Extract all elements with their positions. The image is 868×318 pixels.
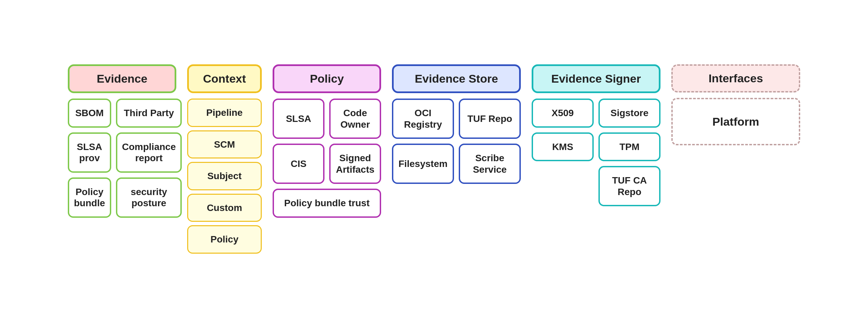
pipeline-card: Pipeline — [187, 99, 262, 127]
policy-header: Policy — [273, 64, 381, 93]
evidence-signer-column: Evidence Signer X509 KMS Sigstore TPM TU… — [532, 64, 660, 206]
security-posture-card: security posture — [116, 177, 182, 218]
platform-card: Platform — [671, 98, 800, 145]
kms-card: KMS — [532, 132, 594, 162]
scm-card: SCM — [187, 130, 262, 159]
tpm-card: TPM — [598, 132, 660, 162]
policy-grid: SLSA Code Owner CIS Signed Artifacts Pol… — [273, 99, 381, 218]
compliance-report-card: Compliance report — [116, 132, 182, 173]
sbom-card: SBOM — [68, 99, 111, 128]
policy-column: Policy SLSA Code Owner CIS Signed Artifa… — [273, 64, 381, 218]
cis-card: CIS — [273, 144, 324, 184]
policy-bundle-card: Policy bundle — [68, 177, 111, 218]
architecture-diagram: Evidence SBOM Third Party SLSA prov Comp… — [47, 51, 821, 267]
scribe-service-card: Scribe Service — [459, 144, 521, 184]
third-party-card: Third Party — [116, 99, 182, 128]
code-owner-card: Code Owner — [329, 99, 381, 139]
store-grid: OCI Registry TUF Repo Filesystem Scribe … — [392, 99, 521, 184]
evidence-store-column: Evidence Store OCI Registry TUF Repo Fil… — [392, 64, 521, 184]
slsa-prov-card: SLSA prov — [68, 132, 111, 173]
tuf-ca-repo-card: TUF CA Repo — [598, 166, 660, 206]
tuf-repo-card: TUF Repo — [459, 99, 521, 139]
interfaces-header: Interfaces — [671, 64, 800, 92]
evidence-column: Evidence SBOM Third Party SLSA prov Comp… — [68, 64, 176, 218]
slsa-card: SLSA — [273, 99, 324, 139]
signed-artifacts-card: Signed Artifacts — [329, 144, 381, 184]
policy-card: Policy — [187, 225, 262, 254]
evidence-header: Evidence — [68, 64, 176, 93]
evidence-store-header: Evidence Store — [392, 64, 521, 93]
oci-registry-card: OCI Registry — [392, 99, 454, 139]
context-column: Context Pipeline SCM Subject Custom Poli… — [187, 64, 262, 254]
x509-card: X509 — [532, 99, 594, 128]
sigstore-card: Sigstore — [598, 99, 660, 128]
context-header: Context — [187, 64, 262, 93]
context-list: Pipeline SCM Subject Custom Policy — [187, 99, 262, 254]
subject-card: Subject — [187, 162, 262, 190]
evidence-grid: SBOM Third Party SLSA prov Compliance re… — [68, 99, 176, 218]
evidence-signer-header: Evidence Signer — [532, 64, 660, 93]
filesystem-card: Filesystem — [392, 144, 454, 184]
custom-card: Custom — [187, 194, 262, 222]
interfaces-column: Interfaces Platform — [671, 64, 800, 145]
policy-bundle-trust-card: Policy bundle trust — [273, 189, 381, 218]
